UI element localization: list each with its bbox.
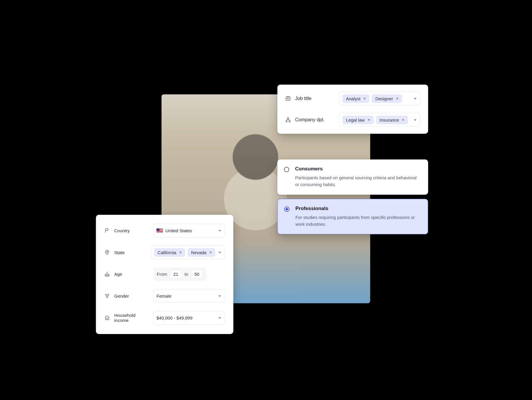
svg-point-1: [287, 98, 288, 99]
svg-rect-0: [286, 97, 290, 101]
option-desc: For studies requiring participants from …: [296, 214, 421, 228]
option-professionals[interactable]: Professionals For studies requiring part…: [278, 199, 428, 235]
age-label: Age: [114, 272, 122, 277]
cake-icon: [104, 271, 110, 277]
chevron-down-icon[interactable]: [413, 96, 417, 101]
age-row: Age From 21 to 50: [104, 267, 225, 281]
house-icon: [104, 315, 110, 321]
chip-legal-law[interactable]: Legal law ×: [343, 116, 374, 124]
option-title: Consumers: [295, 166, 421, 172]
svg-point-5: [106, 251, 108, 252]
job-title-row: Job title Analyst × Designer ×: [285, 92, 421, 105]
org-icon: [285, 117, 291, 123]
gender-icon: [104, 293, 110, 299]
svg-rect-3: [286, 121, 287, 122]
svg-point-8: [107, 318, 108, 319]
income-row: Household income $40,000 - $49,999: [104, 311, 225, 325]
badge-icon: [285, 96, 291, 101]
svg-rect-2: [287, 118, 289, 119]
age-range-input[interactable]: From 21 to 50: [153, 267, 207, 281]
country-select[interactable]: United States: [153, 224, 225, 237]
gender-select[interactable]: Female: [153, 289, 225, 303]
chip-designer[interactable]: Designer ×: [372, 94, 402, 103]
state-select[interactable]: California × Nevada ×: [151, 246, 225, 259]
chevron-down-icon[interactable]: [218, 294, 222, 298]
country-row: Country United States: [104, 224, 225, 237]
age-to-label: to: [184, 272, 188, 277]
income-select[interactable]: $40,000 - $49,999: [153, 311, 225, 325]
chip-california[interactable]: California ×: [154, 248, 185, 257]
demographics-card: Country United States State California: [96, 215, 233, 334]
chip-label: Legal law: [346, 117, 365, 122]
gender-row: Gender Female: [104, 289, 225, 303]
close-icon[interactable]: ×: [396, 96, 398, 101]
job-title-select[interactable]: Analyst × Designer ×: [339, 92, 421, 105]
age-from-value[interactable]: 21: [170, 270, 182, 278]
company-dept-row: Company dpt. Legal law × Insurance ×: [285, 113, 421, 127]
option-desc: Participants based on general sourcing c…: [295, 174, 421, 188]
participant-type-card: Consumers Participants based on general …: [278, 159, 428, 234]
chevron-down-icon[interactable]: [413, 118, 417, 122]
company-dept-label: Company dpt.: [295, 117, 325, 122]
gender-label: Gender: [114, 293, 129, 299]
radio-unchecked-icon[interactable]: [284, 167, 289, 172]
state-label: State: [114, 250, 125, 255]
chip-label: Insurance: [379, 117, 399, 122]
country-label: Country: [114, 228, 130, 233]
radio-checked-icon[interactable]: [284, 207, 290, 212]
chip-label: Nevada: [191, 250, 207, 255]
company-dept-select[interactable]: Legal law × Insurance ×: [339, 113, 421, 127]
option-title: Professionals: [296, 206, 421, 212]
chevron-down-icon[interactable]: [218, 250, 222, 254]
close-icon[interactable]: ×: [209, 250, 212, 254]
country-value: United States: [166, 228, 192, 233]
pin-icon: [104, 249, 110, 255]
job-title-label: Job title: [295, 96, 312, 101]
income-label: Household income: [114, 313, 148, 323]
age-to-value[interactable]: 50: [191, 270, 203, 278]
chip-insurance[interactable]: Insurance ×: [376, 116, 408, 124]
svg-point-7: [106, 295, 108, 297]
chevron-down-icon[interactable]: [218, 228, 222, 233]
flag-icon: [104, 228, 110, 233]
chip-label: Designer: [375, 96, 393, 101]
close-icon[interactable]: ×: [402, 118, 404, 122]
chip-label: California: [158, 250, 176, 255]
svg-rect-4: [289, 121, 290, 122]
gender-value: Female: [157, 293, 171, 299]
chip-nevada[interactable]: Nevada ×: [188, 248, 215, 257]
chip-analyst[interactable]: Analyst ×: [343, 94, 369, 103]
close-icon[interactable]: ×: [364, 96, 366, 101]
close-icon[interactable]: ×: [179, 250, 181, 254]
close-icon[interactable]: ×: [368, 118, 370, 122]
age-from-label: From: [157, 272, 167, 277]
chip-label: Analyst: [346, 96, 361, 101]
chevron-down-icon[interactable]: [218, 316, 222, 320]
us-flag-icon: [157, 228, 163, 233]
option-consumers[interactable]: Consumers Participants based on general …: [278, 159, 428, 195]
job-filters-card: Job title Analyst × Designer ×: [278, 85, 428, 134]
income-value: $40,000 - $49,999: [157, 315, 193, 320]
state-row: State California × Nevada ×: [104, 246, 225, 259]
